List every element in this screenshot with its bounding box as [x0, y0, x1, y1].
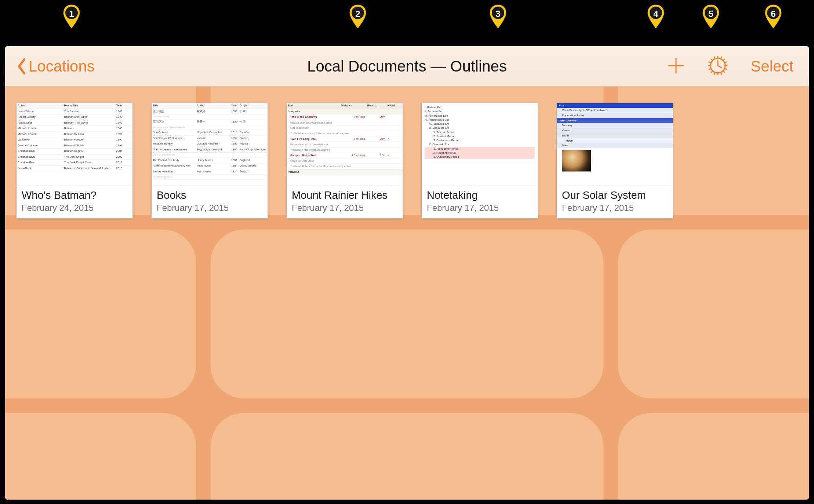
- document-date: February 17, 2015: [292, 203, 397, 213]
- annotation-pin-label: 3: [489, 9, 507, 19]
- document-info: Notetaking February 17, 2015: [422, 185, 538, 218]
- annotation-pin-label: 6: [764, 9, 782, 19]
- annotation-pin-label: 1: [62, 9, 81, 19]
- toolbar-right-group: Select: [667, 56, 798, 77]
- document-card[interactable]: TitleAuthorYearOrigin源氏物語紫式部1008日本The Ta…: [151, 103, 268, 219]
- svg-line-16: [711, 71, 713, 72]
- settings-button[interactable]: [708, 56, 728, 77]
- annotation-pin-4: 4: [647, 4, 665, 29]
- annotation-pin-label: 5: [702, 9, 720, 19]
- document-card[interactable]: ActorMovie TitleYearLewis WilsonThe Batm…: [16, 103, 133, 219]
- svg-line-26: [718, 66, 722, 68]
- document-card[interactable]: SunClassified as type G2 yellow dwarfPop…: [556, 103, 673, 219]
- svg-line-22: [724, 69, 727, 69]
- svg-line-24: [724, 62, 727, 63]
- chevron-left-icon: [16, 57, 27, 76]
- back-button[interactable]: Locations: [16, 57, 95, 76]
- document-title: Our Solar System: [562, 189, 668, 201]
- annotation-pin-5: 5: [702, 4, 720, 29]
- document-card[interactable]: TrailDistanceRoun…HikedLongmireTrail of …: [286, 103, 403, 219]
- annotation-pin-3: 3: [489, 4, 507, 29]
- svg-line-21: [709, 62, 711, 63]
- document-thumbnail: SunClassified as type G2 yellow dwarfPop…: [557, 103, 673, 185]
- page-title: Local Documents — Outlines: [307, 58, 507, 75]
- back-button-label: Locations: [29, 58, 95, 75]
- svg-line-13: [711, 59, 713, 61]
- document-info: Books February 17, 2015: [152, 185, 268, 218]
- svg-line-17: [714, 57, 715, 59]
- document-date: February 17, 2015: [427, 203, 533, 213]
- svg-line-23: [709, 69, 711, 69]
- document-thumbnail: TitleAuthorYearOrigin源氏物語紫式部1008日本The Ta…: [152, 103, 268, 185]
- document-title: Who's Batman?: [22, 189, 127, 201]
- document-thumbnail: ActorMovie TitleYearLewis WilsonThe Batm…: [17, 103, 132, 185]
- annotation-pin-label: 2: [349, 9, 367, 19]
- document-thumbnail: I. Hadean EonII. Archean EonIII. Protero…: [422, 103, 538, 185]
- gear-icon: [708, 56, 728, 77]
- plus-icon: [667, 56, 685, 76]
- document-date: February 17, 2015: [157, 203, 262, 213]
- toolbar: Locations Local Documents — Outlines: [5, 46, 809, 87]
- document-title: Notetaking: [427, 189, 533, 201]
- app-window: Locations Local Documents — Outlines: [5, 46, 809, 500]
- document-card[interactable]: I. Hadean EonII. Archean EonIII. Protero…: [421, 103, 538, 219]
- document-info: Mount Rainier Hikes February 17, 2015: [287, 185, 403, 218]
- document-date: February 24, 2015: [22, 203, 127, 213]
- document-date: February 17, 2015: [562, 203, 668, 213]
- document-title: Mount Rainier Hikes: [292, 189, 397, 201]
- svg-line-14: [723, 71, 724, 72]
- svg-line-20: [714, 72, 715, 74]
- svg-line-15: [723, 59, 724, 61]
- document-grid: ActorMovie TitleYearLewis WilsonThe Batm…: [5, 87, 809, 235]
- annotation-pin-1: 1: [62, 4, 81, 29]
- svg-line-18: [721, 72, 722, 74]
- add-button[interactable]: [667, 56, 685, 76]
- document-thumbnail: TrailDistanceRoun…HikedLongmireTrail of …: [287, 103, 403, 185]
- annotation-pin-label: 4: [647, 9, 665, 19]
- svg-line-19: [721, 57, 722, 59]
- select-button[interactable]: Select: [751, 58, 798, 75]
- document-info: Who's Batman? February 24, 2015: [17, 185, 132, 218]
- annotation-pin-2: 2: [349, 4, 367, 29]
- document-title: Books: [157, 189, 262, 201]
- annotation-pin-6: 6: [764, 4, 782, 29]
- document-info: Our Solar System February 17, 2015: [557, 185, 673, 218]
